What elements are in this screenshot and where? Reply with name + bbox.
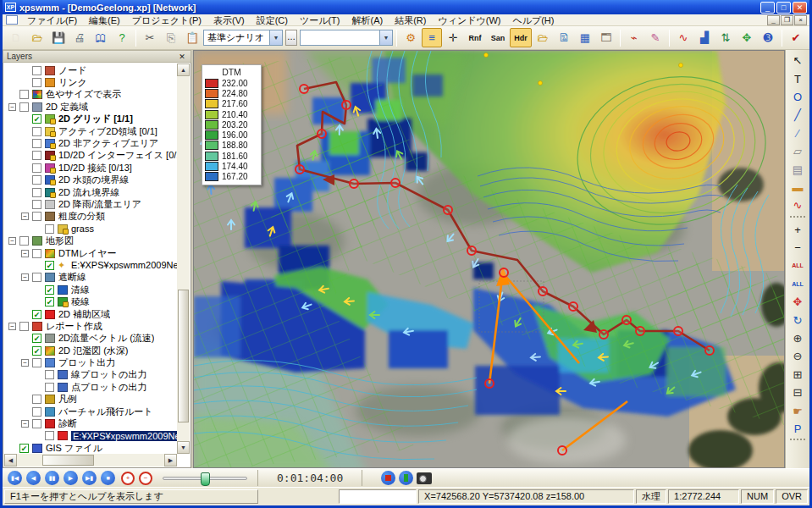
layer-row-7[interactable]: ✔1D/2D インターフェイス [0/1]	[5, 150, 177, 162]
area-tool-icon[interactable]: ▤	[788, 160, 807, 178]
scenario-combobox[interactable]: 基準シナリオ ▼	[203, 30, 283, 46]
expander-icon[interactable]: −	[8, 323, 16, 330]
layer-row-25[interactable]: ✔線プロットの出力	[5, 369, 177, 381]
save-icon[interactable]: 💾	[48, 28, 69, 47]
menu-item-3[interactable]: 表示(V)	[207, 14, 251, 26]
help-icon[interactable]: ?	[112, 28, 132, 47]
layer-checkbox[interactable]: ✔	[32, 419, 41, 428]
new-file-icon[interactable]: 🗋	[6, 28, 26, 47]
zoom-out-icon[interactable]: ⊖	[788, 347, 807, 365]
snapshot-button[interactable]	[399, 471, 413, 485]
recenter-icon[interactable]: ✥	[788, 293, 807, 311]
layer-checkbox[interactable]: ✔	[32, 114, 41, 124]
layer-row-17[interactable]: −✔遮断線	[5, 272, 177, 284]
layer-checkbox[interactable]: ✔	[45, 383, 54, 392]
expander-icon[interactable]: −	[8, 237, 16, 245]
play-back-button[interactable]: ◀	[26, 471, 41, 485]
layer-checkbox[interactable]: ✔	[32, 66, 41, 75]
window-zoom-in-icon[interactable]: ⊞	[788, 366, 807, 384]
remove-icon[interactable]: −	[788, 239, 807, 257]
layer-checkbox[interactable]: ✔	[45, 370, 54, 379]
ruler-tool-icon[interactable]: ▬	[788, 179, 807, 196]
mdi-close-button[interactable]: ×	[794, 15, 807, 25]
mdi-minimize-button[interactable]: _	[767, 15, 780, 25]
hydraulics-button[interactable]: Hdr	[510, 28, 532, 47]
close-button[interactable]: ✕	[793, 2, 807, 14]
paste-icon[interactable]: 📋	[182, 28, 202, 47]
zoom-in-icon[interactable]: ⊕	[788, 329, 807, 347]
link-nodes-icon[interactable]: ⌁	[624, 28, 644, 47]
table-icon[interactable]: ▦	[575, 28, 595, 47]
layer-checkbox[interactable]: ✔	[32, 346, 41, 356]
layer-checkbox[interactable]: ✔	[45, 224, 54, 234]
layer-checkbox[interactable]: ✔	[19, 236, 29, 246]
layer-checkbox[interactable]: ✔	[45, 297, 54, 306]
time-slider-knob[interactable]	[201, 472, 210, 486]
expander-icon[interactable]: −	[21, 213, 29, 220]
mdi-restore-button[interactable]: ❐	[781, 15, 793, 25]
ellipse-tool-icon[interactable]: O	[788, 88, 807, 106]
layers-icon[interactable]: ≡	[422, 28, 442, 47]
minimize-button[interactable]: _	[760, 2, 775, 14]
layer-row-10[interactable]: ✔2D 流れ境界線	[5, 186, 177, 198]
expander-icon[interactable]: −	[21, 250, 29, 257]
map-canvas[interactable]: DTM 232.00224.80217.60210.40203.20196.00…	[193, 50, 785, 468]
plot-icon[interactable]: P	[788, 420, 807, 438]
layer-row-8[interactable]: ✔1D/2D 接続 [0/13]	[5, 162, 177, 174]
solve-icon[interactable]: ⚙	[400, 28, 421, 47]
layer-checkbox[interactable]: ✔	[32, 78, 41, 87]
layer-checkbox[interactable]: ✔	[45, 285, 54, 295]
record-button[interactable]	[381, 471, 395, 485]
layer-row-20[interactable]: ✔2D 補助区域	[5, 308, 177, 320]
layer-row-26[interactable]: ✔点プロットの出力	[5, 381, 177, 393]
menu-item-9[interactable]: ヘルプ(H)	[506, 14, 560, 26]
layer-checkbox[interactable]: ✔	[19, 444, 29, 453]
edit-shape-icon[interactable]: ✎	[645, 28, 666, 47]
layer-row-19[interactable]: ✔稜線	[5, 295, 177, 307]
layer-row-30[interactable]: ✔E:¥XPS¥xpswmm2009Newwork¥	[5, 430, 177, 442]
camera-icon[interactable]	[417, 472, 432, 484]
layer-row-31[interactable]: ✔GIS ファイル	[5, 442, 177, 454]
layer-row-3[interactable]: −✔2D 定義域	[5, 101, 177, 113]
window-zoom-out-icon[interactable]: ⊟	[788, 384, 807, 401]
layer-row-11[interactable]: ✔2D 降雨/流量エリア	[5, 198, 177, 210]
layer-checkbox[interactable]: ✔	[32, 175, 41, 185]
layer-row-14[interactable]: −✔地形図	[5, 235, 177, 246]
stop-button[interactable]: ■	[101, 471, 115, 485]
sanitary-button[interactable]: San	[487, 28, 509, 47]
layer-checkbox[interactable]: ✔	[19, 102, 29, 112]
layer-checkbox[interactable]: ✔	[32, 127, 41, 136]
layer-row-12[interactable]: −✔粗度の分類	[5, 211, 177, 223]
polygon-tool-icon[interactable]: ▱	[788, 142, 807, 160]
cut-icon[interactable]: ✂	[140, 28, 160, 47]
layer-checkbox[interactable]: ✔	[32, 358, 41, 367]
close-icon[interactable]: ✕	[177, 52, 187, 61]
menu-item-1[interactable]: 編集(E)	[83, 14, 126, 26]
maximize-button[interactable]: □	[776, 2, 791, 14]
layer-checkbox[interactable]: ✔	[45, 261, 54, 270]
profile-graph-icon[interactable]: ∿	[788, 196, 807, 214]
menu-item-6[interactable]: 解析(A)	[345, 14, 389, 26]
select-tool-icon[interactable]: ↖	[788, 52, 807, 69]
dynamic-icon[interactable]: ✥	[737, 28, 757, 47]
menu-item-4[interactable]: 設定(C)	[251, 14, 294, 26]
layer-checkbox[interactable]: ✔	[19, 322, 29, 331]
layer-checkbox[interactable]: ✔	[19, 90, 29, 99]
secondary-combobox[interactable]: ▼	[300, 30, 393, 46]
layer-row-1[interactable]: ✔リンク	[5, 76, 177, 88]
add-time-button[interactable]: +	[121, 472, 135, 485]
layer-row-29[interactable]: −✔診断	[5, 417, 177, 429]
chevron-down-icon[interactable]: ▼	[269, 30, 282, 45]
layer-checkbox[interactable]: ✔	[45, 431, 54, 440]
dtm-legend[interactable]: DTM 232.00224.80217.60210.40203.20196.00…	[202, 64, 262, 185]
refresh-icon[interactable]: ↻	[788, 311, 807, 329]
layer-checkbox[interactable]: ✔	[32, 407, 41, 417]
layer-row-15[interactable]: −✔DTMレイヤー	[5, 247, 177, 259]
graph-icon[interactable]: ∿	[673, 28, 693, 47]
layer-checkbox[interactable]: ✔	[32, 139, 41, 148]
expander-icon[interactable]: −	[21, 273, 29, 281]
dashed-line-tool-icon[interactable]: ⁄	[788, 124, 807, 142]
add-icon[interactable]: +	[788, 221, 807, 239]
layer-row-16[interactable]: ✔✦E:¥XPS¥xpswmm2009Newwork¥	[5, 259, 177, 271]
locate-icon[interactable]: ✛	[443, 28, 463, 47]
